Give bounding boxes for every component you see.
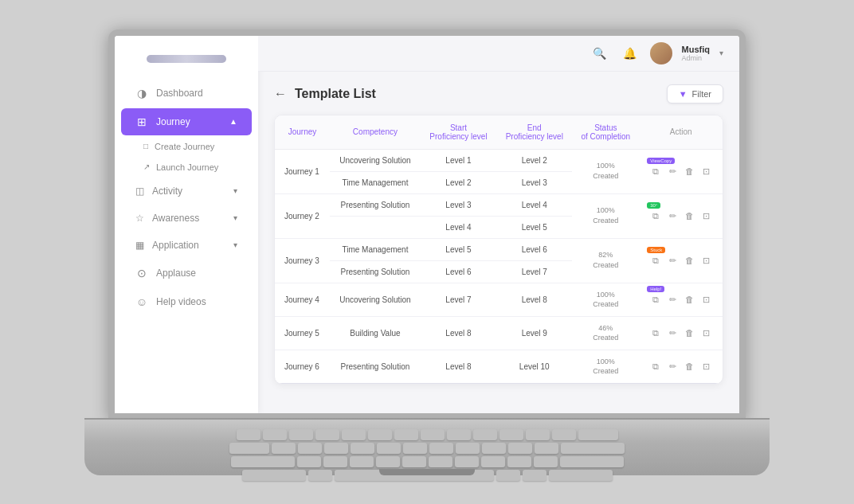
edit-icon[interactable]: ✏ bbox=[665, 164, 680, 178]
sidebar-sub-launch-journey[interactable]: ↗ Launch Journey bbox=[115, 157, 258, 178]
table-row: Journey 3Time ManagementLevel 5Level 682… bbox=[275, 238, 723, 260]
back-button[interactable]: ← bbox=[274, 87, 287, 101]
key bbox=[499, 429, 523, 440]
delete-icon[interactable]: 🗑 bbox=[682, 253, 696, 268]
sidebar-item-label: Activity bbox=[152, 186, 182, 197]
delete-icon[interactable]: 🗑 bbox=[682, 359, 696, 373]
edit-icon[interactable]: ✏ bbox=[665, 292, 680, 307]
chevron-down-icon2: ▾ bbox=[233, 213, 237, 222]
sidebar-item-awareness[interactable]: ☆ Awareness ▾ bbox=[121, 205, 252, 231]
delete-icon[interactable]: 🗑 bbox=[682, 164, 696, 178]
sidebar-item-label: Help videos bbox=[156, 296, 206, 307]
status-cell: 82%Created bbox=[572, 238, 639, 283]
sidebar-sub-create-journey[interactable]: □ Create Journey bbox=[115, 136, 258, 157]
copy-icon[interactable]: ⧉ bbox=[648, 209, 663, 223]
key bbox=[429, 443, 453, 454]
logo-bar bbox=[147, 55, 226, 63]
info-icon[interactable]: ⊡ bbox=[699, 253, 713, 268]
end-level-cell: Level 8 bbox=[496, 283, 572, 316]
key bbox=[237, 429, 261, 440]
laptop-wrapper: ◑ Dashboard ⊞ Journey ▲ □ Create Journey… bbox=[84, 29, 770, 475]
key bbox=[350, 456, 374, 467]
journey-name-cell: Journey 6 bbox=[275, 350, 330, 383]
key bbox=[342, 429, 366, 440]
table-row: Journey 2Presenting SolutionLevel 3Level… bbox=[275, 193, 723, 216]
filter-button[interactable]: ▼ Filter bbox=[667, 84, 723, 104]
key bbox=[526, 429, 550, 440]
competency-cell bbox=[330, 216, 421, 238]
start-level-cell: Level 7 bbox=[421, 283, 496, 316]
delete-icon[interactable]: 🗑 bbox=[682, 326, 696, 340]
trackpad[interactable] bbox=[379, 469, 475, 475]
info-icon[interactable]: ⊡ bbox=[699, 359, 713, 373]
copy-icon[interactable]: ⧉ bbox=[648, 164, 663, 178]
status-cell: 100%Created bbox=[572, 149, 639, 193]
key bbox=[376, 456, 400, 467]
start-level-cell: Level 4 bbox=[421, 216, 496, 238]
key bbox=[561, 443, 625, 454]
page-header: ← Template List ▼ Filter bbox=[274, 84, 723, 104]
sidebar-item-journey[interactable]: ⊞ Journey ▲ bbox=[121, 108, 252, 135]
content-area: ← Template List ▼ Filter bbox=[258, 72, 739, 413]
key bbox=[481, 456, 505, 467]
key bbox=[324, 443, 348, 454]
filter-label: Filter bbox=[692, 89, 711, 99]
journey-table: Journey Competency StartProficiency leve… bbox=[275, 115, 723, 385]
sidebar-item-activity[interactable]: ◫ Activity ▾ bbox=[121, 178, 252, 204]
start-level-cell: Level 5 bbox=[421, 238, 496, 260]
action-cell: ⧉✏🗑⊡ bbox=[639, 316, 723, 350]
sidebar-item-application[interactable]: ▦ Application ▾ bbox=[121, 232, 252, 258]
copy-icon[interactable]: ⧉ bbox=[648, 359, 663, 373]
page-title-row: ← Template List bbox=[274, 87, 376, 101]
edit-icon[interactable]: ✏ bbox=[665, 209, 680, 223]
copy-icon[interactable]: ⧉ bbox=[648, 326, 663, 340]
notification-button[interactable]: 🔔 bbox=[620, 43, 640, 64]
competency-cell: Time Management bbox=[330, 238, 421, 260]
sidebar-item-applause[interactable]: ⊙ Applause bbox=[121, 260, 252, 287]
search-button[interactable]: 🔍 bbox=[590, 43, 610, 64]
edit-icon[interactable]: ✏ bbox=[665, 253, 680, 268]
delete-icon[interactable]: 🗑 bbox=[682, 292, 696, 307]
info-icon[interactable]: ⊡ bbox=[699, 292, 713, 307]
user-dropdown-icon[interactable]: ▾ bbox=[719, 49, 723, 57]
sidebar-item-label: Awareness bbox=[152, 213, 199, 224]
action-cell: Help!⧉✏🗑⊡ bbox=[639, 283, 723, 316]
col-start: StartProficiency level bbox=[421, 115, 496, 150]
delete-icon[interactable]: 🗑 bbox=[682, 209, 696, 223]
create-icon: □ bbox=[143, 142, 148, 150]
applause-icon: ⊙ bbox=[135, 267, 148, 279]
end-level-cell: Level 7 bbox=[496, 260, 572, 283]
start-level-cell: Level 8 bbox=[421, 316, 496, 350]
info-icon[interactable]: ⊡ bbox=[699, 326, 713, 340]
key bbox=[482, 443, 506, 454]
copy-icon[interactable]: ⧉ bbox=[648, 292, 663, 307]
user-role: Admin bbox=[682, 54, 710, 62]
sub-item-label: Launch Journey bbox=[156, 162, 218, 172]
key bbox=[507, 456, 531, 467]
end-level-cell: Level 6 bbox=[496, 238, 572, 260]
competency-cell: Uncovering Solution bbox=[330, 283, 421, 316]
key bbox=[523, 470, 546, 481]
info-icon[interactable]: ⊡ bbox=[699, 209, 713, 223]
sidebar-item-dashboard[interactable]: ◑ Dashboard bbox=[121, 80, 252, 107]
journey-name-cell: Journey 5 bbox=[275, 316, 330, 350]
copy-icon[interactable]: ⧉ bbox=[648, 253, 663, 268]
action-badge: ViewCopy bbox=[647, 158, 675, 164]
key bbox=[508, 443, 532, 454]
edit-icon[interactable]: ✏ bbox=[665, 326, 680, 340]
key bbox=[394, 429, 418, 440]
key bbox=[534, 456, 558, 467]
sidebar-item-help[interactable]: ☺ Help videos bbox=[121, 288, 252, 315]
sidebar-item-label: Dashboard bbox=[156, 88, 203, 99]
dashboard-icon: ◑ bbox=[135, 87, 148, 100]
info-icon[interactable]: ⊡ bbox=[699, 164, 713, 178]
sidebar-logo bbox=[115, 49, 258, 79]
edit-icon[interactable]: ✏ bbox=[665, 359, 680, 373]
key bbox=[560, 456, 624, 467]
journey-name-cell: Journey 1 bbox=[275, 149, 330, 193]
key bbox=[315, 429, 339, 440]
end-level-cell: Level 10 bbox=[496, 350, 572, 383]
laptop-base bbox=[84, 420, 770, 475]
key bbox=[535, 443, 558, 454]
sidebar-item-label: Journey bbox=[156, 116, 190, 127]
